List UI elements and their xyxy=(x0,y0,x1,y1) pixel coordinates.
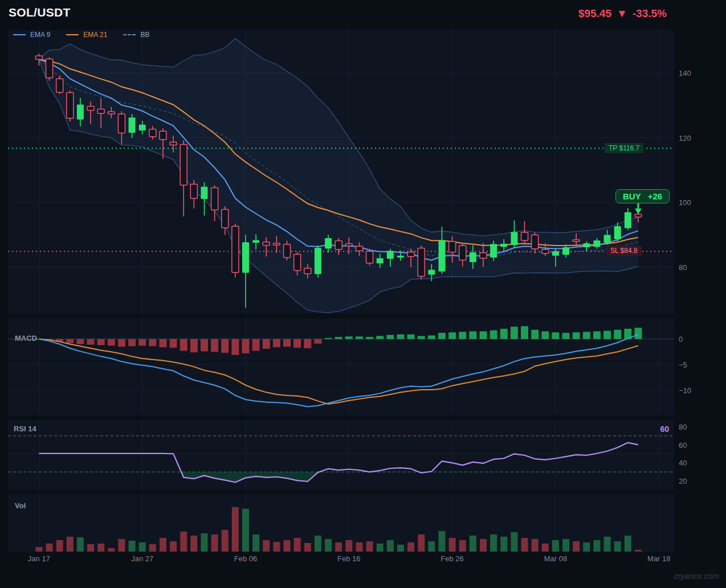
legend-label: EMA 9 xyxy=(30,31,50,39)
volume-bar xyxy=(139,542,146,552)
macd-histogram-bar xyxy=(138,339,146,346)
macd-histogram-bar xyxy=(76,339,84,344)
macd-histogram-bar xyxy=(252,339,260,351)
x-axis-label: Mar 18 xyxy=(647,554,670,563)
macd-histogram-bar xyxy=(541,332,549,340)
volume-bar xyxy=(315,536,321,552)
macd-axis-label: −10 xyxy=(679,386,691,395)
watermark: cryance.com xyxy=(674,571,719,581)
volume-bar xyxy=(149,544,156,552)
candle-body xyxy=(449,242,456,252)
legend-item-ema21[interactable]: EMA 21 xyxy=(66,31,107,39)
legend-item-bb[interactable]: BB xyxy=(123,31,149,39)
candle-body xyxy=(149,129,156,137)
buy-signal-delta: +26 xyxy=(648,191,662,201)
volume-bar xyxy=(160,538,166,552)
macd-histogram-bar xyxy=(335,337,342,339)
macd-histogram-bar xyxy=(221,339,229,353)
candle-body xyxy=(335,241,342,250)
candle-body xyxy=(118,114,125,133)
candle-body xyxy=(345,244,352,246)
macd-histogram-bar xyxy=(386,335,394,339)
macd-histogram-bar xyxy=(603,331,611,339)
buy-signal-badge: BUY +26 xyxy=(615,189,670,203)
candle-body xyxy=(377,258,384,263)
candle-body xyxy=(304,268,311,274)
rsi-axis-label: 40 xyxy=(679,459,687,467)
candle-body xyxy=(284,244,291,258)
volume-bar xyxy=(294,538,301,552)
macd-histogram-bar xyxy=(479,332,487,340)
macd-histogram-bar xyxy=(459,332,466,339)
down-arrow-icon: ▼ xyxy=(617,7,627,20)
candle-body xyxy=(180,144,187,185)
candle-body xyxy=(470,252,476,262)
volume-bar xyxy=(552,540,559,552)
macd-histogram-bar xyxy=(180,339,187,351)
volume-bar xyxy=(532,539,539,552)
volume-bar xyxy=(377,544,384,552)
x-axis-label: Mar 08 xyxy=(544,554,567,563)
volume-bar xyxy=(635,550,642,552)
candle-body xyxy=(511,232,517,245)
candle-body xyxy=(108,112,115,114)
macd-histogram-bar xyxy=(242,339,250,353)
candle-body xyxy=(242,242,249,272)
macd-histogram-bar xyxy=(469,332,476,340)
macd-histogram-bar xyxy=(614,330,621,339)
macd-histogram-bar xyxy=(418,336,425,339)
volume-bar xyxy=(273,542,280,552)
x-axis-label: Jan 27 xyxy=(131,554,153,563)
candle-body xyxy=(315,248,321,274)
candle-body xyxy=(480,253,487,259)
volume-bar xyxy=(77,537,84,552)
volume-bar xyxy=(35,547,42,552)
chart-canvas[interactable] xyxy=(0,0,726,588)
candle-body xyxy=(46,59,53,78)
price-axis-label: 120 xyxy=(679,133,691,142)
volume-bar xyxy=(222,530,229,552)
candle-body xyxy=(573,240,580,242)
candle-body xyxy=(252,240,259,243)
rsi-axis-label: 80 xyxy=(679,423,687,431)
volume-bar xyxy=(232,507,239,552)
volume-bar xyxy=(201,533,207,552)
candle-body xyxy=(625,213,631,228)
x-axis-label: Feb 26 xyxy=(441,554,463,563)
price-change: -33.5% xyxy=(633,7,667,20)
price-axis-label: 80 xyxy=(679,263,687,271)
candle-body xyxy=(356,246,362,251)
candle-body xyxy=(635,214,642,217)
macd-histogram-bar xyxy=(283,339,291,347)
volume-bar xyxy=(438,531,445,552)
candle-body xyxy=(222,209,229,227)
macd-histogram-bar xyxy=(490,330,497,339)
volume-bar xyxy=(511,532,517,552)
volume-bar xyxy=(325,539,332,552)
macd-histogram-bar xyxy=(376,336,384,339)
candle-body xyxy=(397,256,404,258)
candle-body xyxy=(232,226,239,272)
candle-body xyxy=(521,232,528,240)
volume-bar xyxy=(263,540,270,552)
trading-app: SOL/USDT $95.45 ▼ -33.5% EMA 9EMA 21BB M… xyxy=(0,0,726,588)
volume-bar xyxy=(480,539,487,552)
macd-histogram-bar xyxy=(190,339,198,352)
candle-body xyxy=(490,244,497,258)
macd-histogram-bar xyxy=(304,339,311,348)
macd-histogram-bar xyxy=(397,334,404,339)
rsi-current-value: 60 xyxy=(646,424,669,434)
volume-bar xyxy=(562,539,569,552)
candle-body xyxy=(139,125,146,130)
legend-swatch-icon xyxy=(123,34,136,35)
macd-histogram-bar xyxy=(634,328,642,339)
macd-histogram-bar xyxy=(325,338,332,339)
volume-bar xyxy=(500,537,507,552)
candle-body xyxy=(67,93,74,119)
macd-histogram-bar xyxy=(118,339,125,347)
volume-bar xyxy=(593,540,600,552)
macd-histogram-bar xyxy=(66,339,74,343)
volume-bar xyxy=(56,540,63,552)
macd-histogram-bar xyxy=(356,337,363,340)
legend-item-ema9[interactable]: EMA 9 xyxy=(13,31,50,39)
